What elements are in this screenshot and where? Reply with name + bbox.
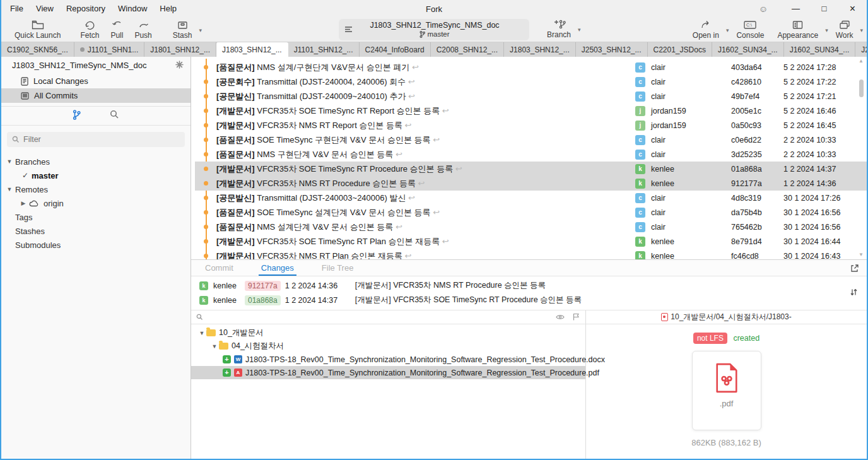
repo-tab[interactable]: J2503_SHN12_... (855, 42, 868, 57)
folder-icon (219, 343, 228, 350)
tree-file-row[interactable]: + W J1803-TPS-18_Rev00_Time_Synchronizat… (191, 353, 585, 366)
menu-help[interactable]: Help (153, 0, 183, 18)
repo-tab[interactable]: C2008_SHN12_... (431, 42, 504, 57)
search-view-icon[interactable] (110, 110, 119, 122)
sidebar-item-all-commits[interactable]: All Commits (1, 88, 191, 103)
caret-down-icon[interactable]: ▼ (197, 330, 206, 336)
menu-view[interactable]: View (30, 0, 60, 18)
fetch-button[interactable]: Fetch (80, 20, 99, 40)
appearance-chevron-icon[interactable]: ▾ (825, 26, 828, 33)
commit-row[interactable]: [품질문서] SOE TimeSync 설계단계 V&V 문서 승인본 등록 ↩… (195, 205, 867, 220)
tree-branches[interactable]: ▼ Branches (1, 155, 191, 168)
tree-remotes[interactable]: ▼ Remotes (1, 182, 191, 196)
open-in-chevron-icon[interactable]: ▾ (726, 26, 729, 33)
file-search-row (191, 310, 585, 324)
quick-launch-button[interactable]: Quick Launch (15, 20, 61, 40)
commit-row[interactable]: [공문발신] Transmittal (DJST-240009~240010) … (195, 89, 867, 103)
commit-row[interactable]: [개발문서] VFCR35차 NMS RT Plan 승인본 재등록 ↩ k k… (195, 249, 867, 259)
console-button[interactable]: C:\ Console (736, 20, 764, 40)
caret-down-icon[interactable]: ▼ (5, 158, 14, 165)
tree-branch-master[interactable]: ✓ master (1, 168, 191, 182)
selected-commit-row[interactable]: k kenlee 01a868a 1 2 2024 14:37 [개발문서] V… (191, 293, 867, 307)
scroll-down-icon[interactable]: ▼ (859, 252, 864, 258)
repo-tab[interactable]: J1101_SHN1... (74, 42, 145, 57)
commit-message: [개발문서] VFCR35차 SOE TimeSync RT Procedure… (355, 295, 582, 305)
close-button[interactable]: × (838, 0, 867, 18)
minimize-button[interactable]: — (782, 0, 810, 18)
tree-submodules[interactable]: Submodules (1, 238, 191, 252)
push-button[interactable]: Push (134, 20, 151, 40)
commit-list-scrollbar[interactable]: ▲ ▼ (857, 58, 865, 258)
stash-chevron-icon[interactable]: ▾ (199, 26, 202, 33)
commit-row[interactable]: [공문회수] Transmittal (DJST-240004, 240006)… (195, 74, 867, 89)
menu-repository[interactable]: Repository (60, 0, 112, 18)
repo-tab[interactable]: J2503_SHN12_... (576, 42, 648, 57)
swap-order-icon[interactable] (850, 287, 858, 299)
repo-tab[interactable]: J1602_SUN34_... (784, 42, 856, 57)
tree-stashes[interactable]: Stashes (1, 224, 191, 238)
search-icon[interactable] (196, 314, 203, 321)
tree-folder-row[interactable]: ▼ 04_시험절차서 (191, 339, 585, 353)
commit-row[interactable]: [개발문서] VFCR35차 SOE TimeSync RT Plan 승인본 … (195, 234, 867, 249)
caret-right-icon[interactable]: ▶ (19, 200, 28, 206)
tab-changes[interactable]: Changes (261, 260, 294, 276)
tab-file-tree[interactable]: File Tree (322, 260, 354, 276)
commit-row[interactable]: [개발문서] VFCR35차 SOE TimeSync RT Report 승인… (195, 103, 867, 118)
feedback-smiley-icon[interactable]: ☺ (759, 4, 768, 14)
menu-window[interactable]: Window (112, 0, 153, 18)
tree-tags[interactable]: Tags (1, 210, 191, 224)
author-avatar: k (635, 164, 645, 174)
commit-message: [공문발신] Transmittal (DJST-240003~240006) … (216, 192, 635, 204)
commit-row[interactable]: [공문발신] Transmittal (DJST-240003~240006) … (195, 191, 867, 205)
tree-folder-row[interactable]: ▼ 10_개발문서 (191, 326, 585, 339)
open-external-icon[interactable] (850, 264, 859, 275)
branch-button[interactable]: Branch (547, 19, 571, 39)
branch-filter[interactable] (7, 132, 185, 147)
repo-tab[interactable]: C1902_SKN56_... (1, 42, 74, 57)
menu-file[interactable]: File (4, 0, 30, 18)
flag-icon[interactable] (573, 312, 579, 323)
branches-view-icon[interactable] (73, 110, 81, 122)
repo-selector[interactable]: J1803_SHN12_TimeSync_NMS_doc master (339, 19, 529, 40)
commit-row[interactable]: [품질문서] NMS 구현단계 V&V 문서 승인본 등록 ↩ c clair … (195, 147, 867, 162)
caret-down-icon[interactable]: ▼ (5, 186, 14, 192)
commit-graph-node (195, 152, 216, 156)
repo-tab[interactable]: J1801_SHN12_... (144, 42, 216, 57)
pull-button[interactable]: Pull (110, 20, 123, 40)
stash-button[interactable]: Stash (173, 20, 192, 40)
return-icon: ↩ (405, 121, 412, 130)
commit-row[interactable]: [품질문서] NMS 설계단계 V&V 문서 승인본 등록 ↩ c clair … (195, 220, 867, 234)
commit-row[interactable]: [품질문서] NMS 설계/구현단계 V&V문서 승인본 폐기 ↩ c clai… (195, 60, 867, 74)
tree-remote-origin[interactable]: ▶ origin (1, 196, 191, 210)
repo-tab[interactable]: C2404_InfoBoard (360, 42, 431, 57)
repo-tab[interactable]: C2201_JSDocs (648, 42, 712, 57)
work-button[interactable]: Work (836, 20, 853, 40)
repo-tab[interactable]: J1101_SHN12_... (288, 42, 360, 57)
commit-message: [품질문서] NMS 설계/구현단계 V&V문서 승인본 폐기 ↩ (216, 62, 635, 73)
repo-tab[interactable]: J1803_SHN12_... (216, 42, 288, 57)
tab-commit[interactable]: Commit (205, 260, 233, 276)
appearance-button[interactable]: Appearance (777, 20, 818, 40)
commit-row[interactable]: [품질문서] SOE TimeSync 구현단계 V&V 문서 승인본 등록 ↩… (195, 133, 867, 147)
commit-row[interactable]: [개발문서] VFCR35차 SOE TimeSync RT Procedure… (195, 162, 867, 176)
filter-input[interactable] (23, 135, 185, 144)
commit-graph-node (195, 109, 216, 113)
repo-settings-icon[interactable] (175, 60, 184, 71)
preview-eye-icon[interactable] (556, 312, 565, 323)
commit-row[interactable]: [개발문서] VFCR35차 NMS RT Report 승인본 등록 ↩ j … (195, 118, 867, 133)
maximize-button[interactable]: □ (810, 0, 838, 18)
repo-menu-icon[interactable] (344, 24, 353, 35)
commit-row[interactable]: [개발문서] VFCR35차 NMS RT Procedure 승인본 등록 ↩… (195, 176, 867, 191)
open-in-button[interactable]: Open in (693, 20, 719, 40)
sidebar-item-local-changes[interactable]: Local Changes (1, 74, 191, 88)
repo-tab[interactable]: J1803_SHN12_... (504, 42, 576, 57)
selected-commit-row[interactable]: k kenlee 912177a 1 2 2024 14:36 [개발문서] V… (191, 278, 867, 293)
tree-file-row[interactable]: + A J1803-TPS-18_Rev00_Time_Synchronizat… (191, 366, 585, 379)
branch-chevron-icon[interactable]: ▾ (578, 25, 581, 33)
repo-tab[interactable]: J1602_SUN34_... (712, 42, 784, 57)
scroll-up-icon[interactable]: ▲ (859, 58, 864, 64)
scrollbar-thumb[interactable] (859, 80, 864, 97)
work-chevron-icon[interactable]: ▾ (860, 26, 863, 33)
caret-down-icon[interactable]: ▼ (210, 343, 219, 350)
added-status-icon: + (223, 355, 231, 363)
